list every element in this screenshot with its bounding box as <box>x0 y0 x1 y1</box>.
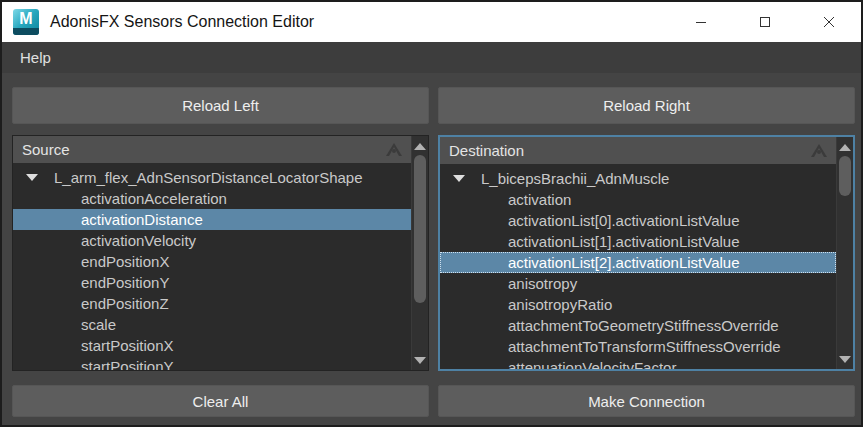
tree-item-label: activationList[0].activationListValue <box>508 210 740 231</box>
minimize-icon <box>695 16 707 28</box>
destination-list-header[interactable]: Destination <box>440 137 836 164</box>
titlebar: M AdonisFX Sensors Connection Editor <box>2 2 861 42</box>
tree-item-label: endPositionY <box>81 272 169 293</box>
tree-item[interactable]: activationDistance <box>13 209 411 230</box>
destination-scrollbar-thumb[interactable] <box>839 156 851 196</box>
tree-item-label: activationDistance <box>81 209 203 230</box>
sort-indicator-icon <box>386 143 402 156</box>
tree-item-label: attachmentToGeometryStiffnessOverride <box>508 315 779 336</box>
maya-icon-band <box>13 28 39 35</box>
tree-item-label: activationList[1].activationListValue <box>508 231 740 252</box>
source-list-header[interactable]: Source <box>13 136 411 163</box>
tree-item[interactable]: endPositionZ <box>13 293 411 314</box>
close-icon <box>823 16 835 28</box>
maya-monogram: M <box>13 9 39 29</box>
tree-item[interactable]: activationVelocity <box>13 230 411 251</box>
tree-item-label: scale <box>81 314 116 335</box>
scroll-down-icon[interactable] <box>412 352 428 368</box>
destination-tree: L_bicepsBrachii_AdnMuscleactivationactiv… <box>440 164 836 369</box>
destination-header-label: Destination <box>449 142 524 159</box>
tree-item[interactable]: startPositionY <box>13 356 411 370</box>
tree-item-label: activation <box>508 189 571 210</box>
tree-item[interactable]: attenuationVelocityFactor <box>440 357 836 369</box>
tree-item[interactable]: endPositionX <box>13 251 411 272</box>
tree-item-label: activationAcceleration <box>81 188 227 209</box>
tree-item-label: L_bicepsBrachii_AdnMuscle <box>481 168 669 189</box>
tree-root-item[interactable]: L_bicepsBrachii_AdnMuscle <box>440 168 836 189</box>
maya-logo-icon: M <box>13 9 39 35</box>
tree-item-label: anisotropyRatio <box>508 294 612 315</box>
tree-item-label: attenuationVelocityFactor <box>508 357 676 369</box>
window-controls <box>669 2 861 42</box>
tree-item[interactable]: activationAcceleration <box>13 188 411 209</box>
maximize-button[interactable] <box>733 2 797 42</box>
destination-panel: Destination L_bicepsBrachii_AdnMuscleact… <box>438 135 855 371</box>
tree-item[interactable]: activationList[0].activationListValue <box>440 210 836 231</box>
tree-item[interactable]: attachmentToGeometryStiffnessOverride <box>440 315 836 336</box>
scroll-up-icon[interactable] <box>837 139 853 155</box>
tree-item-label: startPositionX <box>81 335 174 356</box>
reload-left-button[interactable]: Reload Left <box>12 87 429 124</box>
clear-all-button[interactable]: Clear All <box>12 385 429 417</box>
sort-indicator-icon <box>811 144 827 157</box>
tree-item[interactable]: startPositionX <box>13 335 411 356</box>
tree-root-item[interactable]: L_arm_flex_AdnSensorDistanceLocatorShape <box>13 167 411 188</box>
menubar: Help <box>2 42 861 73</box>
tree-item-label: activationVelocity <box>81 230 196 251</box>
tree-item[interactable]: attachmentToTransformStiffnessOverride <box>440 336 836 357</box>
tree-item[interactable]: scale <box>13 314 411 335</box>
reload-right-button[interactable]: Reload Right <box>438 87 855 124</box>
tree-item-label: endPositionZ <box>81 293 169 314</box>
tree-item-label: attachmentToTransformStiffnessOverride <box>508 336 781 357</box>
maximize-icon <box>759 16 771 28</box>
source-tree: L_arm_flex_AdnSensorDistanceLocatorShape… <box>13 163 411 370</box>
make-connection-button[interactable]: Make Connection <box>438 385 855 417</box>
menu-help[interactable]: Help <box>2 49 69 66</box>
minimize-button[interactable] <box>669 2 733 42</box>
tree-item-label: L_arm_flex_AdnSensorDistanceLocatorShape <box>54 167 363 188</box>
window-title: AdonisFX Sensors Connection Editor <box>50 13 314 31</box>
source-header-label: Source <box>22 141 70 158</box>
tree-item[interactable]: anisotropy <box>440 273 836 294</box>
tree-item[interactable]: activation <box>440 189 836 210</box>
expand-arrow-icon[interactable] <box>453 175 465 182</box>
sensors-connection-editor-window: M AdonisFX Sensors Connection Editor <box>0 0 863 427</box>
scroll-down-icon[interactable] <box>837 351 853 367</box>
tree-item-label: anisotropy <box>508 273 577 294</box>
destination-scrollbar[interactable] <box>836 137 853 369</box>
scroll-up-icon[interactable] <box>412 138 428 154</box>
tree-item[interactable]: anisotropyRatio <box>440 294 836 315</box>
source-panel: Source L_arm_flex_AdnSensorDistanceLocat… <box>12 135 429 371</box>
tree-item-label: startPositionY <box>81 356 174 370</box>
close-button[interactable] <box>797 2 861 42</box>
tree-item[interactable]: activationList[1].activationListValue <box>440 231 836 252</box>
source-scrollbar[interactable] <box>411 136 428 370</box>
expand-arrow-icon[interactable] <box>26 174 38 181</box>
source-scrollbar-thumb[interactable] <box>414 155 426 303</box>
tree-item-label: activationList[2].activationListValue <box>508 252 740 273</box>
tree-item[interactable]: activationList[2].activationListValue <box>440 252 836 273</box>
tree-item-label: endPositionX <box>81 251 169 272</box>
tree-item[interactable]: endPositionY <box>13 272 411 293</box>
